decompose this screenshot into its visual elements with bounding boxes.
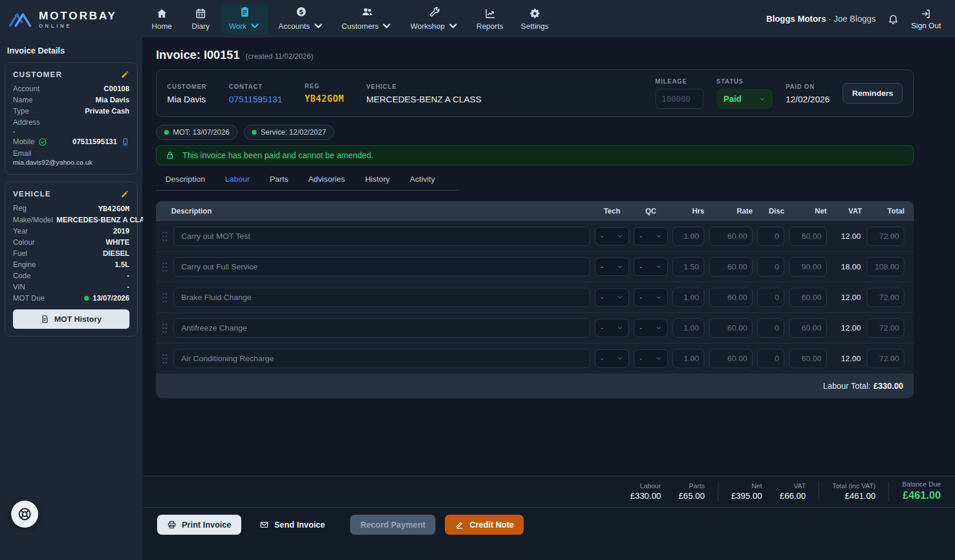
disc-input[interactable] — [757, 318, 784, 338]
brand-logo[interactable]: MOTORBAY ONLINE — [7, 9, 144, 29]
credit-note-button[interactable]: Credit Note — [445, 515, 524, 535]
notifications-bell-icon[interactable] — [887, 13, 899, 25]
drag-handle-icon[interactable] — [161, 354, 169, 364]
mileage-input[interactable] — [655, 89, 704, 109]
disc-input[interactable] — [757, 288, 784, 307]
qc-select[interactable]: - — [634, 288, 668, 306]
hrs-input[interactable] — [673, 257, 704, 276]
nav-item-label: Diary — [192, 22, 209, 31]
tech-select[interactable]: - — [595, 319, 629, 337]
nav-item-workshop[interactable]: Workshop — [402, 4, 466, 34]
disc-input[interactable] — [757, 226, 784, 246]
tab-parts[interactable]: Parts — [270, 175, 289, 184]
rate-input[interactable] — [709, 257, 753, 276]
nav-item-label: Reports — [477, 22, 504, 31]
edit-customer-icon[interactable] — [121, 70, 129, 79]
mileage-field-label: MILEAGE — [655, 78, 704, 85]
net-input[interactable] — [789, 257, 827, 276]
tab-activity[interactable]: Activity — [410, 175, 435, 184]
nav-item-reports[interactable]: Reports — [469, 4, 511, 34]
vehicle-field-label: VEHICLE — [366, 83, 481, 90]
labour-description-input[interactable] — [174, 226, 590, 246]
total-input[interactable] — [867, 226, 904, 246]
disc-input[interactable] — [757, 349, 784, 368]
rate-input[interactable] — [709, 288, 753, 307]
drag-handle-icon[interactable] — [161, 262, 169, 272]
row-value: 13/07/2026 — [84, 294, 129, 302]
hrs-input[interactable] — [673, 349, 704, 368]
nav-item-work[interactable]: Work — [221, 4, 268, 34]
tech-select[interactable]: - — [595, 349, 629, 368]
invoice-tabs: DescriptionLabourPartsAdvisoriesHistoryA… — [156, 165, 458, 191]
edit-vehicle-icon[interactable] — [121, 189, 129, 198]
tab-advisories[interactable]: Advisories — [308, 175, 345, 184]
tech-select[interactable]: - — [595, 288, 629, 306]
total-input[interactable] — [867, 257, 904, 276]
row-label: Year — [13, 227, 28, 235]
total-label: Total (inc VAT) — [832, 482, 876, 489]
nav-item-customers[interactable]: Customers — [334, 4, 401, 34]
net-input[interactable] — [789, 288, 827, 307]
net-input[interactable] — [789, 226, 827, 246]
date-chips: MOT: 13/07/2026Service: 12/02/2027 — [156, 125, 914, 140]
tab-history[interactable]: History — [365, 175, 390, 184]
help-fab-button[interactable] — [11, 501, 38, 528]
qc-select[interactable]: - — [634, 258, 668, 276]
rate-input[interactable] — [709, 349, 753, 368]
tab-description[interactable]: Description — [165, 175, 205, 184]
drag-handle-icon[interactable] — [161, 292, 169, 303]
chevron-down-icon — [759, 96, 766, 102]
sign-out-button[interactable]: Sign Out — [911, 8, 941, 30]
qc-select[interactable]: - — [634, 349, 668, 368]
hrs-input[interactable] — [673, 226, 704, 246]
disc-input[interactable] — [757, 257, 784, 276]
tab-labour[interactable]: Labour — [225, 175, 250, 184]
qc-select[interactable]: - — [634, 227, 668, 245]
nav-item-settings[interactable]: Settings — [513, 4, 556, 34]
hrs-input[interactable] — [673, 288, 704, 307]
labour-description-input[interactable] — [174, 318, 590, 338]
tech-select[interactable]: - — [595, 258, 629, 276]
paid-notice: This invoice has been paid and cannot be… — [156, 145, 914, 165]
rate-input[interactable] — [709, 226, 753, 246]
balance-due-label: Balance Due — [902, 481, 941, 488]
nav-item-label: Home — [152, 22, 172, 31]
labour-description-input[interactable] — [174, 257, 590, 276]
col-rate: Rate — [709, 207, 753, 215]
mobile-phone-icon[interactable] — [121, 138, 129, 146]
total-input[interactable] — [867, 349, 904, 368]
rate-input[interactable] — [709, 318, 753, 338]
chart-icon — [484, 8, 496, 19]
send-invoice-button[interactable]: Send Invoice — [249, 515, 335, 535]
qc-value: - — [640, 324, 642, 332]
net-input[interactable] — [789, 318, 827, 338]
mot-history-button[interactable]: MOT History — [13, 309, 129, 329]
total-input[interactable] — [867, 318, 904, 338]
record-payment-button[interactable]: Record Payment — [350, 515, 435, 535]
print-invoice-button[interactable]: Print Invoice — [157, 515, 241, 535]
printer-icon — [167, 520, 177, 529]
total-parts: Parts£65.00 — [678, 482, 704, 501]
row-label: VIN — [13, 283, 25, 291]
total-input[interactable] — [867, 288, 904, 307]
totals-group: Labour£330.00Parts£65.00 — [630, 482, 705, 501]
labour-description-input[interactable] — [174, 349, 590, 368]
tech-select[interactable]: - — [595, 227, 629, 245]
nav-item-accounts[interactable]: $Accounts — [271, 4, 331, 34]
net-input[interactable] — [789, 349, 827, 368]
calendar-icon — [195, 8, 207, 19]
invoice-number: I00151 — [204, 48, 239, 61]
nav-item-label: Workshop — [410, 22, 444, 31]
vehicle-row-engine: Engine1.5L — [13, 259, 129, 270]
hrs-input[interactable] — [673, 318, 704, 338]
labour-description-input[interactable] — [174, 288, 590, 307]
row-value: YB42GOM — [98, 204, 129, 213]
qc-select[interactable]: - — [634, 319, 668, 337]
drag-handle-icon[interactable] — [161, 323, 169, 334]
drag-handle-icon[interactable] — [161, 231, 169, 242]
reminders-button[interactable]: Reminders — [843, 83, 903, 104]
nav-item-diary[interactable]: Diary — [182, 4, 219, 34]
nav-item-home[interactable]: Home — [144, 4, 180, 34]
status-select[interactable]: Paid — [717, 89, 773, 109]
contact-phone-link[interactable]: 07511595131 — [229, 94, 282, 104]
